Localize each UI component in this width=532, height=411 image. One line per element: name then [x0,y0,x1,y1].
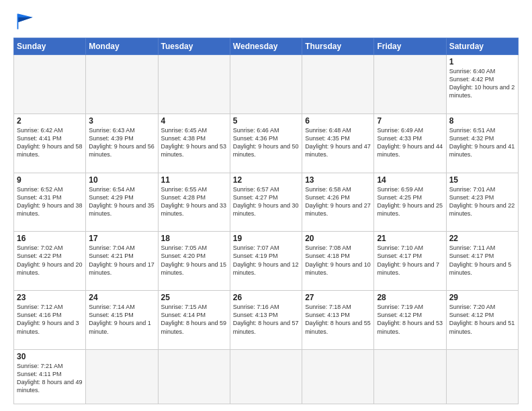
calendar-cell: 3Sunrise: 6:43 AM Sunset: 4:39 PM Daylig… [86,113,158,173]
calendar-cell: 27Sunrise: 7:18 AM Sunset: 4:13 PM Dayli… [302,291,374,350]
week-row-3: 9Sunrise: 6:52 AM Sunset: 4:31 PM Daylig… [14,173,519,232]
week-row-4: 16Sunrise: 7:02 AM Sunset: 4:22 PM Dayli… [14,232,519,291]
day-number: 4 [161,116,227,126]
week-row-6: 30Sunrise: 7:21 AM Sunset: 4:11 PM Dayli… [14,349,519,404]
day-info: Sunrise: 6:42 AM Sunset: 4:41 PM Dayligh… [17,126,83,159]
day-info: Sunrise: 7:10 AM Sunset: 4:17 PM Dayligh… [377,244,443,277]
calendar-cell: 15Sunrise: 7:01 AM Sunset: 4:23 PM Dayli… [446,173,518,232]
day-info: Sunrise: 7:08 AM Sunset: 4:18 PM Dayligh… [305,244,371,277]
calendar-cell: 9Sunrise: 6:52 AM Sunset: 4:31 PM Daylig… [14,173,86,232]
day-info: Sunrise: 6:46 AM Sunset: 4:36 PM Dayligh… [233,126,299,159]
weekday-header-row: SundayMondayTuesdayWednesdayThursdayFrid… [14,38,519,55]
calendar-cell: 13Sunrise: 6:58 AM Sunset: 4:26 PM Dayli… [302,173,374,232]
day-info: Sunrise: 7:21 AM Sunset: 4:11 PM Dayligh… [17,362,83,395]
day-number: 6 [305,116,371,126]
day-number: 8 [449,116,515,126]
calendar-cell: 19Sunrise: 7:07 AM Sunset: 4:19 PM Dayli… [230,232,302,291]
calendar-cell [446,349,518,404]
calendar-cell: 14Sunrise: 6:59 AM Sunset: 4:25 PM Dayli… [374,173,446,232]
day-number: 29 [449,293,515,302]
day-number: 13 [305,175,371,185]
header [13,12,519,31]
day-number: 23 [17,293,83,302]
day-number: 24 [89,293,154,302]
calendar-cell: 11Sunrise: 6:55 AM Sunset: 4:28 PM Dayli… [158,173,230,232]
calendar-cell: 30Sunrise: 7:21 AM Sunset: 4:11 PM Dayli… [14,349,86,404]
day-info: Sunrise: 6:58 AM Sunset: 4:26 PM Dayligh… [305,185,371,218]
day-number: 14 [377,175,443,185]
calendar-cell: 22Sunrise: 7:11 AM Sunset: 4:17 PM Dayli… [446,232,518,291]
day-number: 15 [449,175,515,185]
day-number: 19 [233,234,299,243]
weekday-header-thursday: Thursday [302,38,374,55]
day-info: Sunrise: 7:15 AM Sunset: 4:14 PM Dayligh… [161,303,227,336]
calendar-cell: 20Sunrise: 7:08 AM Sunset: 4:18 PM Dayli… [302,232,374,291]
day-info: Sunrise: 7:04 AM Sunset: 4:21 PM Dayligh… [89,244,154,277]
day-info: Sunrise: 7:01 AM Sunset: 4:23 PM Dayligh… [449,185,515,218]
day-number: 16 [17,234,83,243]
week-row-2: 2Sunrise: 6:42 AM Sunset: 4:41 PM Daylig… [14,113,519,173]
day-info: Sunrise: 6:49 AM Sunset: 4:33 PM Dayligh… [377,126,443,159]
day-info: Sunrise: 6:40 AM Sunset: 4:42 PM Dayligh… [449,67,515,100]
calendar-cell [14,55,86,114]
calendar-cell: 18Sunrise: 7:05 AM Sunset: 4:20 PM Dayli… [158,232,230,291]
day-number: 21 [377,234,443,243]
calendar-cell: 25Sunrise: 7:15 AM Sunset: 4:14 PM Dayli… [158,291,230,350]
calendar-cell: 5Sunrise: 6:46 AM Sunset: 4:36 PM Daylig… [230,113,302,173]
day-number: 20 [305,234,371,243]
calendar-cell: 21Sunrise: 7:10 AM Sunset: 4:17 PM Dayli… [374,232,446,291]
day-number: 25 [161,293,227,302]
day-number: 28 [377,293,443,302]
day-info: Sunrise: 7:02 AM Sunset: 4:22 PM Dayligh… [17,244,83,277]
weekday-header-saturday: Saturday [446,38,518,55]
calendar-cell: 7Sunrise: 6:49 AM Sunset: 4:33 PM Daylig… [374,113,446,173]
calendar-cell [158,55,230,114]
weekday-header-tuesday: Tuesday [158,38,230,55]
calendar-cell [86,55,158,114]
weekday-header-friday: Friday [374,38,446,55]
day-info: Sunrise: 7:14 AM Sunset: 4:15 PM Dayligh… [89,303,154,336]
day-info: Sunrise: 6:54 AM Sunset: 4:29 PM Dayligh… [89,185,154,218]
calendar-cell [302,349,374,404]
calendar-cell [302,55,374,114]
day-info: Sunrise: 6:48 AM Sunset: 4:35 PM Dayligh… [305,126,371,159]
calendar-cell [374,349,446,404]
day-number: 1 [449,57,515,66]
day-number: 30 [17,352,83,361]
day-number: 17 [89,234,154,243]
calendar-cell: 6Sunrise: 6:48 AM Sunset: 4:35 PM Daylig… [302,113,374,173]
svg-marker-1 [18,17,32,22]
day-info: Sunrise: 6:55 AM Sunset: 4:28 PM Dayligh… [161,185,227,218]
day-info: Sunrise: 6:57 AM Sunset: 4:27 PM Dayligh… [233,185,299,218]
day-number: 12 [233,175,299,185]
week-row-5: 23Sunrise: 7:12 AM Sunset: 4:16 PM Dayli… [14,291,519,350]
calendar-cell: 17Sunrise: 7:04 AM Sunset: 4:21 PM Dayli… [86,232,158,291]
calendar-cell: 29Sunrise: 7:20 AM Sunset: 4:12 PM Dayli… [446,291,518,350]
logo-flag-icon [15,12,36,31]
day-info: Sunrise: 7:05 AM Sunset: 4:20 PM Dayligh… [161,244,227,277]
day-info: Sunrise: 7:07 AM Sunset: 4:19 PM Dayligh… [233,244,299,277]
day-number: 18 [161,234,227,243]
day-number: 22 [449,234,515,243]
calendar-cell: 28Sunrise: 7:19 AM Sunset: 4:12 PM Dayli… [374,291,446,350]
weekday-header-sunday: Sunday [14,38,86,55]
calendar-cell: 16Sunrise: 7:02 AM Sunset: 4:22 PM Dayli… [14,232,86,291]
day-number: 5 [233,116,299,126]
day-number: 26 [233,293,299,302]
calendar-cell: 24Sunrise: 7:14 AM Sunset: 4:15 PM Dayli… [86,291,158,350]
day-info: Sunrise: 6:43 AM Sunset: 4:39 PM Dayligh… [89,126,154,159]
day-info: Sunrise: 6:59 AM Sunset: 4:25 PM Dayligh… [377,185,443,218]
calendar-cell: 2Sunrise: 6:42 AM Sunset: 4:41 PM Daylig… [14,113,86,173]
day-number: 10 [89,175,154,185]
calendar-cell [230,349,302,404]
day-number: 7 [377,116,443,126]
day-info: Sunrise: 6:52 AM Sunset: 4:31 PM Dayligh… [17,185,83,218]
day-info: Sunrise: 7:11 AM Sunset: 4:17 PM Dayligh… [449,244,515,277]
day-info: Sunrise: 6:45 AM Sunset: 4:38 PM Dayligh… [161,126,227,159]
calendar-cell: 1Sunrise: 6:40 AM Sunset: 4:42 PM Daylig… [446,55,518,114]
calendar-cell [374,55,446,114]
calendar-cell: 8Sunrise: 6:51 AM Sunset: 4:32 PM Daylig… [446,113,518,173]
day-info: Sunrise: 7:12 AM Sunset: 4:16 PM Dayligh… [17,303,83,336]
week-row-1: 1Sunrise: 6:40 AM Sunset: 4:42 PM Daylig… [14,55,519,114]
day-info: Sunrise: 7:20 AM Sunset: 4:12 PM Dayligh… [449,303,515,336]
